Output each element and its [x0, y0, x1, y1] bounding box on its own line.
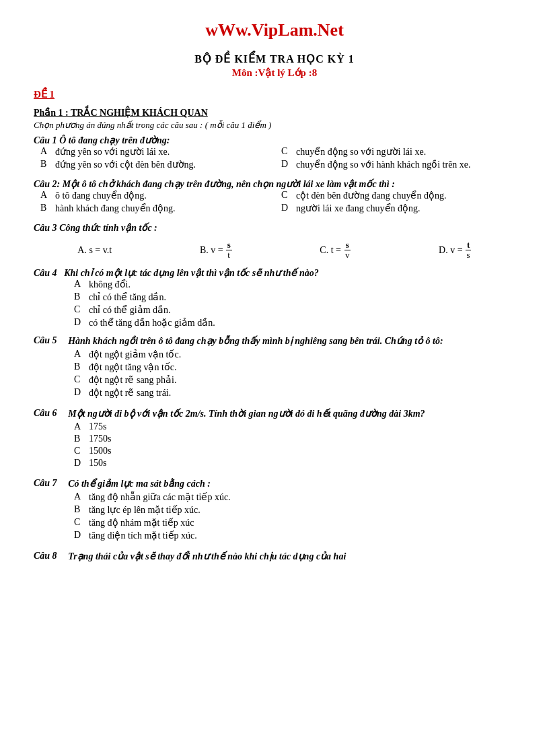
q1-optD: Dchuyển động so với hành khách ngồi trên… [281, 159, 515, 170]
q2-optA: Aô tô đang chuyển động. [40, 190, 274, 201]
q3-fC: C. t = sv [320, 240, 351, 261]
question-7: Câu 7 Có thể giảm lực ma sát bằng cách :… [34, 478, 515, 541]
q3-fB: B. v = st [200, 240, 232, 261]
q4-optD: Dcó thể tăng dần hoặc giảm dần. [74, 317, 515, 329]
q5-label: Câu 5 [34, 335, 64, 346]
q2-optD: Dngười lái xe đang chuyển động. [281, 203, 515, 214]
q6-optD: D150s [74, 458, 515, 469]
q1-optB: Bđứng yên so với cột đèn bên đường. [40, 159, 274, 170]
q7-options: Atăng độ nhẵn giữa các mặt tiếp xúc. Btă… [74, 491, 515, 541]
q4-optA: Akhông đổi. [74, 279, 515, 290]
de-label: ĐỀ 1 [34, 88, 515, 100]
q5-options: Ađột ngột giảm vận tốc. Bđột ngột tăng v… [74, 349, 515, 399]
q5-optD: Dđột ngột rẽ sang trái. [74, 387, 515, 399]
q4-label: Câu 4 [34, 268, 64, 278]
q7-optB: Btăng lực ép lên mặt tiếp xúc. [74, 504, 515, 516]
question-5: Câu 5 Hành khách ngồi trên ô tô đang chạ… [34, 335, 515, 399]
question-6: Câu 6 Một người đi bộ với vận tốc 2m/s. … [34, 408, 515, 469]
q4-optB: Bchỉ có thể tăng dần. [74, 291, 515, 303]
q3-text: Công thức tính vận tốc : [59, 223, 157, 233]
q1-optC: Cchuyển động so với người lái xe. [281, 146, 515, 158]
q7-optC: Ctăng độ nhám mặt tiếp xúc [74, 517, 515, 528]
q5-optC: Cđột ngột rẽ sang phải. [74, 374, 515, 386]
q2-options: Aô tô đang chuyển động. Ccột đèn bên đườ… [40, 190, 515, 215]
question-2: Câu 2: Một ô tô chở khách đang chạy trên… [34, 178, 515, 215]
q1-label: Câu 1 [34, 135, 59, 145]
q2-label: Câu 2: [34, 179, 63, 189]
question-3: Câu 3 Công thức tính vận tốc : A. s = v.… [34, 222, 515, 261]
q7-optD: Dtăng diện tích mặt tiếp xúc. [74, 530, 515, 541]
q4-options: Akhông đổi. Bchỉ có thể tăng dần. Cchỉ c… [74, 279, 515, 329]
q2-optC: Ccột đèn bên đường đang chuyển động. [281, 190, 515, 201]
q6-optB: B1750s [74, 434, 515, 444]
q6-text: Một người đi bộ với vận tốc 2m/s. Tính t… [68, 408, 425, 419]
question-4: Câu 4 Khi chỉ có một lực tác dụng lên vậ… [34, 267, 515, 329]
q4-optC: Cchỉ có thể giảm dần. [74, 304, 515, 316]
q6-optC: C1500s [74, 446, 515, 456]
question-1: Câu 1 Ô tô đang chạy trên đường: Ađứng y… [34, 135, 515, 172]
q2-text: Một ô tô chở khách đang chạy trên đường,… [63, 179, 395, 189]
q2-optB: Bhành khách đang chuyển động. [40, 203, 274, 214]
q4-text: Khi chỉ có một lực tác dụng lên vật thì … [64, 268, 319, 278]
q7-text: Có thể giảm lực ma sát bằng cách : [68, 478, 211, 489]
question-8: Câu 8 Trạng thái của vật sẽ thay đổi như… [34, 551, 515, 564]
q3-label: Câu 3 [34, 223, 59, 233]
q7-optA: Atăng độ nhẵn giữa các mặt tiếp xúc. [74, 491, 515, 503]
q1-optA: Ađứng yên so với người lái xe. [40, 146, 274, 158]
q8-text: Trạng thái của vật sẽ thay đổi như thế n… [68, 551, 346, 562]
q8-label: Câu 8 [34, 551, 64, 561]
q1-text: Ô tô đang chạy trên đường: [59, 135, 170, 145]
q3-fA: A. s = v.t [77, 245, 112, 256]
instruction: Chọn phương án đúng nhất trong các câu s… [34, 120, 515, 131]
q3-formulas: A. s = v.t B. v = st C. t = sv D. v = ts [34, 240, 515, 261]
q5-text: Hành khách ngồi trên ô tô đang chạy bỗng… [68, 335, 443, 347]
q1-options: Ađứng yên so với người lái xe. Cchuyển đ… [40, 146, 515, 172]
exam-title: BỘ ĐỀ KIỂM TRA HỌC KỲ 1 [34, 53, 515, 65]
exam-subtitle: Môn :Vật lý Lớp :8 [34, 67, 515, 79]
q5-optB: Bđột ngột tăng vận tốc. [74, 362, 515, 373]
phan1-label: Phần 1 : TRẮC NGHIỆM KHÁCH QUAN [34, 107, 515, 118]
q5-optA: Ađột ngột giảm vận tốc. [74, 349, 515, 360]
q7-label: Câu 7 [34, 478, 64, 489]
q6-optA: A175s [74, 421, 515, 432]
site-title: wWw.VipLam.Net [34, 20, 515, 40]
q3-fD: D. v = ts [439, 240, 472, 261]
q6-options: A175s B1750s C1500s D150s [74, 421, 515, 469]
q6-label: Câu 6 [34, 408, 64, 419]
